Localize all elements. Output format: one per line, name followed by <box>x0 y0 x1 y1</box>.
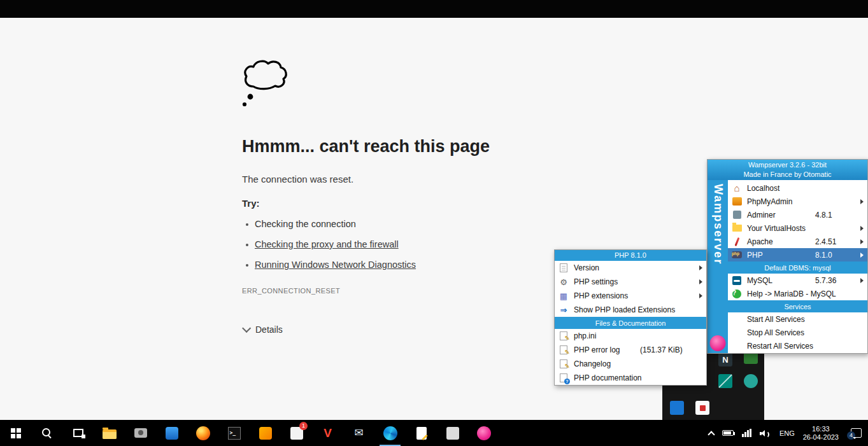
mysql-icon <box>732 276 741 285</box>
php-submenu-item-error-log[interactable]: ✎ PHP error log (151.37 KiB) <box>555 343 706 357</box>
page-icon <box>560 263 567 272</box>
search-button[interactable] <box>31 420 62 446</box>
edit-file-icon: ✎ <box>560 345 567 354</box>
folder-icon <box>103 429 117 439</box>
start-button[interactable] <box>0 420 31 446</box>
taskbar-app-notepad[interactable] <box>406 420 437 446</box>
tray-icon-3[interactable] <box>718 374 732 388</box>
taskbar-app-3[interactable]: 1 <box>281 420 312 446</box>
language-indicator[interactable]: ENG <box>779 429 795 437</box>
wamp-menu-item-restart-all-services[interactable]: Restart All Services <box>728 339 867 352</box>
php-submenu-item-show-loaded-extensions[interactable]: ⇒ Show PHP loaded Extensions <box>555 303 706 317</box>
taskbar-app-camera[interactable] <box>125 420 156 446</box>
error-suggestion-list: Checking the connection Checking the pro… <box>242 219 416 280</box>
camera-icon <box>134 428 147 438</box>
details-toggle[interactable]: Details <box>242 324 283 335</box>
wamp-credit-line: Made in France by Otomatic <box>708 170 867 179</box>
wamp-menu-item-stop-all-services[interactable]: Stop All Services <box>728 326 867 339</box>
mysql-version: 5.7.36 <box>815 276 836 285</box>
clock[interactable]: 16:33 26-04-2023 <box>803 425 839 442</box>
suggestion-proxy-firewall-link[interactable]: Checking the proxy and the firewall <box>255 239 399 249</box>
desktop-screen: Hmmm... can't reach this page The connec… <box>0 0 868 446</box>
submenu-arrow-icon <box>860 199 864 204</box>
system-tray: ENG 16:33 26-04-2023 4 <box>709 420 868 446</box>
browser-titlebar[interactable] <box>0 0 868 18</box>
taskbar-app-edge[interactable] <box>374 420 406 446</box>
extensions-grid-icon: ▦ <box>559 291 569 301</box>
php-submenu-item-settings[interactable]: ⚙ PHP settings <box>555 275 706 289</box>
edit-file-icon: ✎ <box>560 359 567 368</box>
taskbar: >_ 1 V ✉ <box>0 420 868 446</box>
volume-icon[interactable] <box>760 429 771 438</box>
php-submenu-header: PHP 8.1.0 <box>555 250 706 261</box>
apache-version: 2.4.51 <box>815 237 836 246</box>
taskbar-app-2[interactable] <box>250 420 281 446</box>
php-submenu-item-version[interactable]: Version <box>555 261 706 275</box>
php-submenu-item-php-ini[interactable]: ✎ php.ini <box>555 329 706 343</box>
wamp-menu-item-phpmyadmin[interactable]: PhpMyAdmin <box>728 195 867 208</box>
wamp-menu-item-help-mariadb-mysql[interactable]: ? Help -> MariaDB - MySQL <box>728 287 867 300</box>
php-version: 8.1.0 <box>815 251 832 260</box>
firefox-icon <box>196 426 210 440</box>
taskbar-app-5[interactable] <box>437 420 468 446</box>
tray-chevron-up-icon[interactable] <box>708 431 715 438</box>
wamp-menu-item-php[interactable]: php PHP 8.1.0 <box>728 248 867 261</box>
app-notification-badge: 1 <box>299 422 308 430</box>
notification-count-badge: 4 <box>847 431 855 440</box>
taskbar-app-1[interactable] <box>156 420 187 446</box>
taskbar-app-mail[interactable]: ✉ <box>343 420 374 446</box>
goto-arrow-icon: ⇒ <box>559 305 569 315</box>
wampserver-menu-header: Wampserver 3.2.6 - 32bit Made in France … <box>708 160 867 180</box>
wamp-menu-item-localhost[interactable]: ⌂ Localhost <box>728 181 867 195</box>
php-submenu: PHP 8.1.0 Version ⚙ PHP settings ▦ PHP e… <box>554 249 707 386</box>
taskbar-app-file-explorer[interactable] <box>94 420 125 446</box>
clock-date: 26-04-2023 <box>803 433 839 442</box>
taskbar-app-command-prompt[interactable]: >_ <box>218 420 250 446</box>
clock-time: 16:33 <box>803 425 839 433</box>
task-view-button[interactable] <box>62 420 94 446</box>
tray-icon-4[interactable] <box>744 374 758 388</box>
submenu-arrow-icon <box>699 293 702 298</box>
chevron-down-icon <box>242 324 251 333</box>
default-dbms-banner: Default DBMS: mysql <box>728 261 867 274</box>
wamp-menu-item-adminer[interactable]: Adminer 4.8.1 <box>728 208 867 221</box>
tray-icon-1[interactable]: N <box>718 352 732 366</box>
tray-icon-5[interactable] <box>670 401 684 415</box>
php-submenu-item-documentation[interactable]: ? PHP documentation <box>555 371 706 385</box>
network-icon[interactable] <box>742 429 751 437</box>
php-submenu-item-extensions[interactable]: ▦ PHP extensions <box>555 289 706 303</box>
submenu-arrow-icon <box>699 265 702 270</box>
suggestion-network-diagnostics-link[interactable]: Running Windows Network Diagnostics <box>255 260 416 270</box>
windows-logo-icon <box>11 428 21 438</box>
wampserver-logo-icon <box>710 335 726 351</box>
orange-app-icon <box>259 427 272 440</box>
wampserver-side-strip: Wampserver <box>708 180 728 353</box>
help-icon: ? <box>732 289 741 298</box>
battery-icon[interactable] <box>722 430 734 436</box>
tray-icon-6[interactable] <box>695 401 709 415</box>
home-icon: ⌂ <box>732 183 742 193</box>
wamp-menu-item-virtualhosts[interactable]: Your VirtualHosts <box>728 221 867 235</box>
phpmyadmin-icon <box>732 197 742 206</box>
wamp-menu-item-apache[interactable]: Apache 2.4.51 <box>728 235 867 248</box>
wamp-menu-item-start-all-services[interactable]: Start All Services <box>728 312 867 326</box>
wamp-menu-item-mysql[interactable]: MySQL 5.7.36 <box>728 274 867 287</box>
notepad-icon <box>416 427 427 440</box>
apache-feather-icon <box>732 237 742 247</box>
command-prompt-icon: >_ <box>228 427 241 440</box>
services-banner: Services <box>728 300 867 312</box>
gray-app-icon <box>446 427 459 440</box>
taskbar-app-wampserver[interactable] <box>468 420 499 446</box>
error-page-message: The connection was reset. <box>242 174 353 185</box>
documentation-icon: ? <box>560 373 567 382</box>
submenu-arrow-icon <box>860 278 864 283</box>
wampserver-vertical-label: Wampserver <box>711 184 725 353</box>
mail-envelope-icon: ✉ <box>354 426 363 440</box>
action-center-icon[interactable]: 4 <box>851 428 862 438</box>
php-submenu-item-changelog[interactable]: ✎ Changelog <box>555 357 706 371</box>
edge-icon <box>383 426 397 440</box>
taskbar-app-4[interactable]: V <box>312 420 343 446</box>
virtualhosts-folder-icon <box>732 225 742 232</box>
taskbar-app-firefox[interactable] <box>187 420 218 446</box>
files-documentation-banner: Files & Documentation <box>555 317 706 329</box>
